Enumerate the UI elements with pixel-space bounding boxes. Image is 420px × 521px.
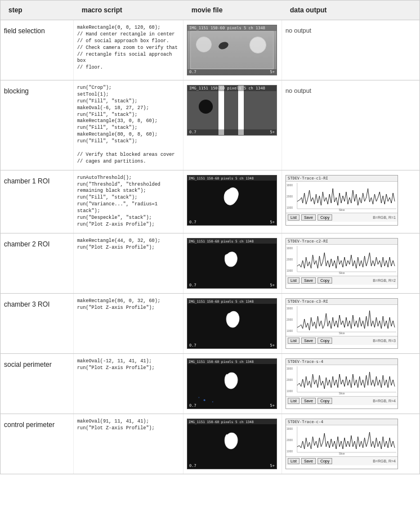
svg-point-26 [212, 401, 213, 402]
table-header: step macro script movie file data output [1, 1, 419, 20]
cell-movie-chamber2: IMG_1151 150-60 pixels 5 ch 1348 0.7 5+ [184, 233, 282, 293]
movie-thumb-chamber1: IMG_1151 150-60 pixels 5 ch 1348 0.7 5+ [187, 175, 277, 226]
svg-text:Slice: Slice [339, 272, 345, 274]
save-button-ctrl[interactable]: Save [301, 458, 316, 464]
code-chamber2: makeRectangle(44, 0, 32, 60); run("Plot … [77, 238, 160, 251]
cell-step-blocking: blocking [1, 80, 74, 170]
step-label-chamber3: chamber 3 ROI [4, 298, 50, 308]
svg-text:Slice: Slice [339, 209, 345, 211]
movie-info-top-field: IMG_1151 150-60 pixels 5 ch 1348 [187, 25, 276, 31]
save-button-c2[interactable]: Save [301, 277, 316, 284]
movie-bottom-right-c3: 5+ [270, 343, 275, 348]
header-macro: macro script [78, 4, 188, 16]
list-button-ctrl[interactable]: List [288, 458, 300, 464]
list-button-c2[interactable]: List [288, 277, 300, 284]
movie-bottom-left-field: 0.7 [189, 70, 196, 74]
graph-area-social: 3000 2000 1000 Slice [286, 365, 397, 396]
movie-bottom-left-ctrl: 0.7 [189, 464, 196, 468]
graph-social: STDEV-Trace-s-4 3000 2000 1000 Slice Lis… [285, 358, 398, 409]
movie-bottom-right-s: 5+ [270, 403, 275, 408]
list-button-c1[interactable]: List [288, 214, 300, 221]
graph-chamber2: STDEV-Trace-c2-RI 3000 2000 1000 Slice L… [285, 238, 398, 289]
cell-step-social: social perimeter [1, 354, 74, 414]
copy-button-c1[interactable]: Copy [318, 214, 332, 221]
svg-text:1000: 1000 [287, 270, 293, 272]
cell-output-chamber1: STDEV-Trace-c1-RI 3000 2000 1000 [282, 170, 406, 233]
cell-output-field: no output [282, 20, 406, 80]
cell-movie-field: IMG_1151 150-60 pixels 5 ch 1348 0.7 5+ [184, 20, 282, 80]
code-chamber3: makeRectangle(86, 0, 32, 60); run("Plot … [77, 298, 160, 312]
cell-code-chamber3: makeRectangle(86, 0, 32, 60); run("Plot … [74, 294, 184, 353]
cell-output-chamber2: STDEV-Trace-c2-RI 3000 2000 1000 Slice L… [282, 233, 406, 293]
code-social: makeOval(-12, 11, 41, 41); run("Plot Z-a… [77, 358, 155, 372]
cell-movie-control: IMG_1151 150-60 pixels 5 ch 1348 0.7 5+ [184, 414, 282, 474]
copy-button-c2[interactable]: Copy [318, 277, 332, 284]
main-table: step macro script movie file data output… [0, 0, 420, 474]
movie-info-control: IMG_1151 150-60 pixels 5 ch 1348 [187, 419, 276, 424]
movie-bottom-left-c2: 0.7 [189, 283, 196, 288]
code-blocking: run("Crop"); setTool(1); run("Fill", "st… [77, 85, 175, 165]
svg-text:1000: 1000 [287, 330, 293, 333]
row-chamber3: chamber 3 ROI makeRectangle(86, 0, 32, 6… [1, 294, 419, 354]
movie-info-social: IMG_1151 150-60 pixels 5 ch 1348 [187, 359, 276, 364]
cell-output-social: STDEV-Trace-s-4 3000 2000 1000 Slice Lis… [282, 354, 406, 414]
svg-rect-36 [286, 425, 397, 455]
svg-text:3000: 3000 [287, 367, 293, 370]
cell-step-field: field selection [1, 20, 74, 80]
copy-button-s[interactable]: Copy [318, 398, 332, 404]
svg-text:Slice: Slice [339, 392, 345, 394]
movie-bottom-right-blocking: 5+ [270, 130, 275, 134]
movie-bottom-right-field: 5+ [270, 70, 275, 74]
save-button-s[interactable]: Save [301, 398, 316, 404]
row-field-selection: field selection makeRectangle(0, 0, 120,… [1, 20, 419, 80]
svg-text:3000: 3000 [287, 307, 293, 310]
svg-text:2000: 2000 [287, 318, 293, 321]
svg-text:1000: 1000 [287, 206, 293, 209]
header-output: data output [287, 4, 410, 16]
cell-movie-chamber3: IMG_1151 150-60 pixels 5 ch 1348 0.7 5+ [184, 294, 282, 353]
svg-text:3000: 3000 [287, 184, 293, 187]
movie-bottom-left-c3: 0.7 [189, 343, 196, 348]
svg-text:Slice: Slice [339, 452, 345, 455]
code-control: makeOval(91, 11, 41, 41); run("Plot Z-ax… [77, 419, 155, 432]
cell-output-chamber3: STDEV-Trace-c3-RI 3000 2000 1000 Slice L… [282, 294, 406, 353]
cell-code-control: makeOval(91, 11, 41, 41); run("Plot Z-ax… [74, 414, 184, 474]
graph-area-chamber2: 3000 2000 1000 Slice [286, 245, 397, 276]
code-chamber1: runAutoThreshold(); run("Threshold", "th… [77, 175, 180, 228]
list-button-c3[interactable]: List [288, 338, 300, 344]
row-control: control perimeter makeOval(91, 11, 41, 4… [1, 414, 419, 474]
copy-button-c3[interactable]: Copy [318, 338, 332, 344]
graph-chamber1: STDEV-Trace-c1-RI 3000 2000 1000 [285, 175, 398, 226]
svg-text:1000: 1000 [287, 450, 293, 453]
list-button-s[interactable]: List [288, 398, 300, 404]
cell-output-blocking: no output [282, 80, 406, 170]
graph-control: STDEV-Trace-c-4 3000 2000 1000 Slice Lis… [285, 419, 398, 469]
step-label-control: control perimeter [4, 419, 55, 429]
cell-movie-chamber1: IMG_1151 150-60 pixels 5 ch 1348 0.7 5+ [184, 170, 282, 233]
cell-code-social: makeOval(-12, 11, 41, 41); run("Plot Z-a… [74, 354, 184, 414]
movie-thumb-chamber3: IMG_1151 150-60 pixels 5 ch 1348 0.7 5+ [187, 298, 277, 349]
graph-label-s: B=RGB, R=4 [373, 399, 396, 403]
save-button-c3[interactable]: Save [301, 338, 316, 344]
graph-label-c2: B=RGB, R=2 [373, 279, 396, 282]
svg-text:2000: 2000 [287, 379, 293, 381]
graph-area-chamber1: 3000 2000 1000 Slice [286, 182, 397, 213]
graph-label-ctrl: B=RGB, R=4 [373, 459, 396, 463]
step-label-chamber2: chamber 2 ROI [4, 238, 50, 248]
graph-area-chamber3: 3000 2000 1000 Slice [286, 305, 397, 336]
copy-button-ctrl[interactable]: Copy [318, 458, 332, 464]
code-field: makeRectangle(0, 0, 120, 60); // Hand ce… [77, 25, 180, 71]
graph-area-control: 3000 2000 1000 Slice [286, 425, 397, 456]
save-button-c1[interactable]: Save [301, 214, 316, 221]
graph-title-social: STDEV-Trace-s-4 [286, 359, 397, 365]
graph-title-control: STDEV-Trace-c-4 [286, 419, 397, 425]
movie-bottom-right-c1: 5+ [270, 220, 275, 224]
svg-text:Slice: Slice [339, 332, 345, 334]
svg-rect-9 [286, 245, 397, 274]
header-step: step [5, 4, 78, 16]
movie-info-chamber2: IMG_1151 150-60 pixels 5 ch 1348 [187, 239, 276, 244]
row-blocking: blocking run("Crop"); setTool(1); run("F… [1, 80, 419, 170]
cell-code-chamber2: makeRectangle(44, 0, 32, 60); run("Plot … [74, 233, 184, 293]
cell-code-chamber1: runAutoThreshold(); run("Threshold", "th… [74, 170, 184, 233]
graph-chamber3: STDEV-Trace-c3-RI 3000 2000 1000 Slice L… [285, 298, 398, 349]
